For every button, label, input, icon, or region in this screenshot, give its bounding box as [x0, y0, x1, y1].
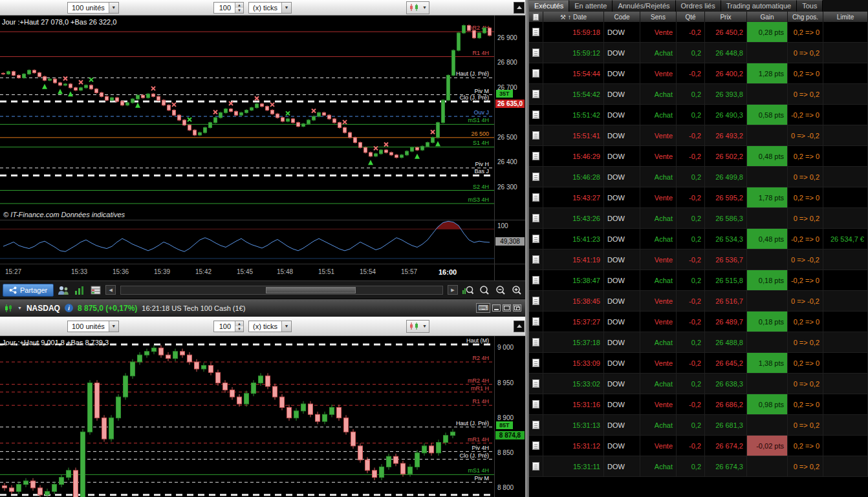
nasdaq-window-titlebar[interactable]: ▼ NASDAQ i 8 875,0 (+0,17%) 16:21:18 US …	[0, 299, 525, 317]
minimize-icon[interactable]	[492, 304, 501, 312]
tab-ex-cut-s[interactable]: Exécutés	[529, 0, 569, 12]
chart-scroll-up-button[interactable]	[514, 321, 525, 332]
order-row[interactable]: 15:31:11DOWAchat0,226 674,30 => 0,2	[529, 456, 868, 477]
zoom-chart-button[interactable]	[461, 284, 474, 297]
column-header-date[interactable]: ⚒↑Date	[543, 12, 604, 22]
spinner-down-icon[interactable]: ▼	[235, 326, 243, 332]
instrument-icon	[4, 304, 13, 313]
tick-count-input[interactable]: 100 ▲▼	[213, 2, 244, 14]
maximize-icon[interactable]	[503, 304, 511, 312]
community-button[interactable]	[57, 284, 70, 297]
order-row[interactable]: 15:41:23DOWAchat0,226 534,30,48 pts-0,2 …	[529, 229, 868, 249]
wrench-icon[interactable]: ⚒	[560, 14, 566, 21]
order-row[interactable]: 15:46:29DOWVente-0,226 502,20,48 pts0,2 …	[529, 146, 868, 167]
order-row[interactable]: 15:31:12DOWVente-0,226 674,2-0,02 pts0,2…	[529, 436, 868, 456]
header-doc-cell[interactable]	[529, 12, 543, 22]
tab-annul-s-rejet-s[interactable]: Annulés/Rejetés	[613, 0, 675, 12]
order-row[interactable]: 15:43:26DOWAchat0,226 586,30 => 0,2	[529, 208, 868, 229]
time-axis[interactable]: 15:2715:3315:3615:3915:4215:4515:4815:51…	[0, 264, 494, 280]
dow-candlestick-chart[interactable]: mR2 4HR1 4HHaut (J. Pré)Piv MClo (J. Pré…	[0, 16, 494, 220]
dow-indicator-panel[interactable]	[0, 220, 494, 264]
order-row[interactable]: 15:31:13DOWAchat0,226 681,30 => 0,2	[529, 415, 868, 436]
oscillator-chart[interactable]	[0, 220, 494, 264]
units-select[interactable]: 100 unités ▼	[67, 321, 119, 332]
keyboard-icon[interactable]: ⌨	[476, 303, 490, 313]
info-icon[interactable]: i	[65, 304, 73, 312]
order-row[interactable]: 15:54:42DOWAchat0,226 393,80 => 0,2	[529, 84, 868, 105]
svg-text:Bas J: Bas J	[474, 168, 489, 174]
column-header-chg-pos-[interactable]: Chg pos.	[788, 12, 823, 22]
column-label: Date	[573, 14, 587, 21]
chevron-down-icon[interactable]: ▼	[17, 306, 22, 310]
units-select[interactable]: 100 unités ▼	[67, 2, 119, 14]
spinner-up-icon[interactable]: ▲	[235, 321, 243, 326]
dow-price-axis[interactable]: 26 90026 80026 70026 50026 40026 30026 6…	[494, 16, 525, 220]
share-button[interactable]: Partager	[3, 284, 54, 297]
column-header-qt-[interactable]: Qté	[677, 12, 705, 22]
tab-trading-automatique[interactable]: Trading automatique	[721, 0, 797, 12]
tick-count-input[interactable]: 100 ▲▼	[213, 321, 244, 332]
order-row[interactable]: 15:43:27DOWVente-0,226 595,21,78 pts0,2 …	[529, 187, 868, 208]
order-row[interactable]: 15:41:19DOWVente-0,226 536,70 => -0,2	[529, 249, 868, 270]
column-header-sens[interactable]: Sens	[640, 12, 677, 22]
cell-code: DOW	[604, 456, 640, 476]
order-row[interactable]: 15:46:28DOWAchat0,226 499,80 => 0,2	[529, 167, 868, 187]
order-row[interactable]: 15:59:12DOWAchat0,226 448,80 => 0,2	[529, 43, 868, 63]
scrollbar-thumb[interactable]	[266, 287, 356, 293]
nasdaq-price-axis[interactable]: 9 0008 9508 9008 8508 8008 874,885T	[494, 336, 525, 497]
tab-en-attente[interactable]: En attente	[569, 0, 613, 12]
watchlist-button[interactable]	[89, 284, 102, 297]
nasdaq-candlestick-chart[interactable]: Haut (M)R2 4HmR2 4HmR1 HR1 4HHaut (J. Pr…	[0, 336, 494, 497]
order-row[interactable]: 15:54:44DOWVente-0,226 400,21,28 pts0,2 …	[529, 63, 868, 84]
scroll-right-button[interactable]: ▶	[448, 285, 458, 295]
spinner-buttons[interactable]: ▲▼	[235, 321, 243, 332]
order-row[interactable]: 15:31:16DOWVente-0,226 686,20,98 pts0,2 …	[529, 394, 868, 415]
last-price-box: 8 874,8	[495, 431, 525, 439]
column-header-gain[interactable]: Gain	[747, 12, 788, 22]
cell-qte: 0,2	[677, 208, 705, 228]
last-quote: 8 875,0 (+0,17%)	[78, 304, 137, 313]
document-icon	[532, 28, 539, 36]
order-row[interactable]: 15:38:45DOWVente-0,226 516,70 => -0,2	[529, 291, 868, 312]
cell-prix: 26 515,8	[705, 270, 747, 290]
spinner-buttons[interactable]: ▲▼	[235, 3, 243, 13]
tab-ordres-li-s[interactable]: Ordres liés	[676, 0, 721, 12]
tick-unit-select[interactable]: (x) ticks ▼	[248, 2, 292, 14]
order-row[interactable]: 15:51:41DOWVente-0,226 493,20 => -0,2	[529, 125, 868, 146]
spinner-up-icon[interactable]: ▲	[235, 3, 243, 8]
chart-scroll-up-button[interactable]	[514, 2, 525, 14]
zoom-out-button[interactable]	[494, 284, 506, 297]
order-row[interactable]: 15:37:18DOWAchat0,226 488,80 => 0,2	[529, 332, 868, 353]
cell-doc	[529, 415, 543, 435]
svg-text:S2 4H: S2 4H	[473, 184, 489, 190]
order-row[interactable]: 15:59:18DOWVente-0,226 450,20,28 pts0,2 …	[529, 22, 868, 43]
price-axis-label: 26 300	[497, 184, 517, 191]
tick-unit-select[interactable]: (x) ticks ▼	[248, 321, 292, 332]
cell-limite	[823, 374, 868, 394]
tab-tous[interactable]: Tous	[797, 0, 823, 12]
order-row[interactable]: 15:51:42DOWAchat0,226 490,30,58 pts-0,2 …	[529, 105, 868, 125]
order-row[interactable]: 15:37:27DOWVente-0,226 489,70,18 pts0,2 …	[529, 312, 868, 332]
column-header-prix[interactable]: Prix	[705, 12, 747, 22]
restore-icon[interactable]	[513, 304, 521, 312]
dow-chart[interactable]: mR2 4HR1 4HHaut (J. Pré)Piv MClo (J. Pré…	[0, 16, 494, 220]
cell-sens: Vente	[640, 394, 677, 414]
zoom-in-button[interactable]	[510, 284, 523, 297]
cell-gain: 0,18 pts	[747, 312, 788, 332]
scroll-left-button[interactable]: ◀	[105, 285, 116, 295]
column-header-limite[interactable]: Limite	[823, 12, 868, 22]
chart-type-button[interactable]: ▼	[406, 320, 429, 333]
chart-horizontal-scrollbar[interactable]	[120, 286, 443, 295]
stats-button[interactable]	[73, 284, 86, 297]
order-row[interactable]: 15:33:09DOWVente-0,226 645,21,38 pts0,2 …	[529, 353, 868, 374]
nasdaq-chart[interactable]: Haut (M)R2 4HmR2 4HmR1 HR1 4HHaut (J. Pr…	[0, 336, 494, 497]
order-row[interactable]: 15:38:47DOWAchat0,226 515,80,18 pts-0,2 …	[529, 270, 868, 291]
column-header-code[interactable]: Code	[604, 12, 640, 22]
order-row[interactable]: 15:33:02DOWAchat0,226 638,30 => 0,2	[529, 374, 868, 394]
chevron-down-icon: ▼	[109, 3, 118, 13]
chart-type-button[interactable]: ▼	[406, 1, 429, 14]
cell-sens: Vente	[640, 22, 677, 42]
instrument-name[interactable]: NASDAQ	[27, 304, 60, 313]
zoom-selection-button[interactable]	[477, 284, 490, 297]
spinner-down-icon[interactable]: ▼	[235, 8, 243, 13]
